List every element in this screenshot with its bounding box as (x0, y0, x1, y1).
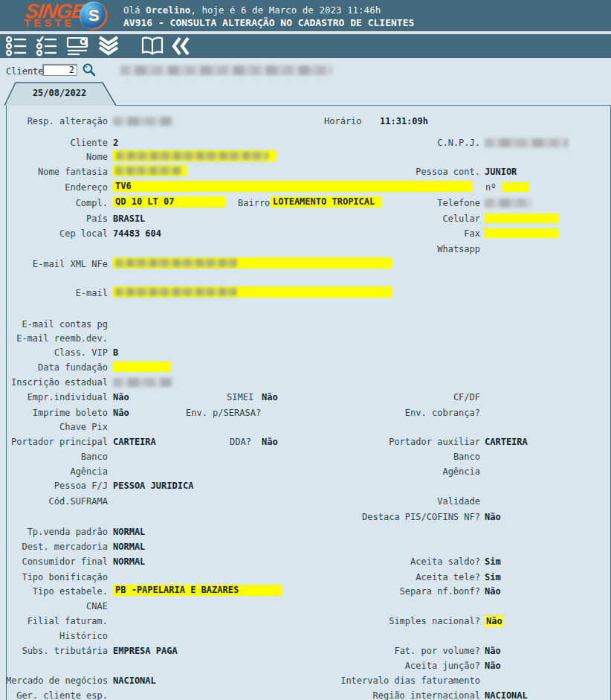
row-pessoa-fj: Pessoa F/J PESSOA JURIDICA (0, 480, 611, 492)
book-icon[interactable] (140, 35, 164, 57)
redacted-client-name (120, 65, 332, 75)
field-label: Telefone (306, 197, 480, 209)
row-ger-cliente-esp: Ger. cliente esp. Região internacional N… (0, 690, 611, 700)
highlight-field: TV6 (113, 181, 472, 192)
field-label: Região internacional (306, 690, 480, 700)
field-label: Cliente (6, 137, 108, 149)
magnifier-icon[interactable] (82, 62, 97, 80)
field-label: DDA? (230, 436, 251, 448)
row-banco: Banco Banco (0, 451, 611, 463)
field-label: Tp.venda padrão (6, 526, 108, 538)
row-email-xml-nfe: E-mail XML NFe (0, 258, 611, 270)
row-pais: País BRASIL Celular (0, 213, 611, 225)
field-value: NORMAL (113, 526, 145, 538)
field-value: Não (113, 407, 129, 419)
client-field-label: Cliente (6, 66, 44, 77)
field-value: 2 (113, 137, 118, 149)
row-dest-mercadoria: Dest. mercadoria NORMAL (0, 541, 611, 553)
row-endereco: Endereço TV6 nº (0, 182, 611, 193)
field-label: SIMEI (227, 391, 253, 403)
greeting-text: Olá Orcelino, hoje é 6 de Marco de 2023 … (123, 4, 381, 16)
field-label: Cód.SUFRAMA (6, 495, 108, 507)
field-value: Não (113, 391, 129, 403)
field-value: NORMAL (113, 541, 145, 553)
expand-down-icon[interactable] (97, 35, 120, 57)
field-label: Tipo bonificação (6, 571, 108, 583)
field-label: Intervalo dias faturamento (306, 675, 480, 687)
field-label: Imprime boleto (6, 407, 108, 419)
field-label: Env. cobrança? (306, 407, 480, 419)
highlight-field (113, 165, 187, 176)
field-label: Bairro (238, 197, 270, 209)
checklist-icon[interactable] (36, 35, 59, 57)
header-band: SINGE TESTE S Olá Orcelino, hoje é 6 de … (0, 0, 611, 31)
field-value: PESSOA JURIDICA (113, 480, 193, 492)
field-label: Pessoa cont. (306, 166, 480, 178)
field-value: EMPRESA PAGA (113, 645, 178, 657)
client-code-input[interactable] (42, 64, 77, 76)
row-destaca-pis-cofins: Destaca PIS/COFINS NF? Não (0, 511, 611, 523)
row-email-reemb-dev: E-mail reemb.dev. (0, 333, 611, 344)
field-label: Dest. mercadoria (6, 541, 108, 553)
field-value: 74483 604 (113, 228, 161, 240)
field-label: Inscrição estadual (6, 376, 108, 388)
field-label: Fat. por volume? (306, 645, 480, 657)
highlight-field (502, 182, 529, 192)
field-label: Cep local (6, 228, 108, 240)
toolbar (0, 34, 611, 58)
field-label: Destaca PIS/COFINS NF? (306, 511, 480, 523)
back-icon[interactable] (171, 35, 195, 57)
field-value: CARTEIRA (113, 436, 156, 448)
field-label: Banco (306, 451, 480, 463)
highlight-field (113, 257, 392, 269)
field-label: Validade (306, 495, 480, 507)
row-cep-local: Cep local 74483 604 Fax (0, 228, 611, 240)
field-label: Tipo estabele. (6, 585, 108, 597)
redacted-text (485, 199, 532, 208)
field-value: JUNIOR (485, 166, 517, 178)
redacted-text (113, 117, 172, 126)
field-label: País (6, 213, 108, 225)
field-value: 11:31:09h (380, 115, 428, 127)
row-agencia: Agência Agência (0, 466, 611, 478)
page-title: AV916 - CONSULTA ALTERAÇÃO NO CADASTRO D… (123, 17, 414, 28)
field-label: Compl. (6, 197, 108, 209)
row-tipo-estabele: Tipo estabele. PB -PAPELARIA E BAZARES S… (0, 585, 611, 597)
row-chave-pix: Chave Pix (0, 421, 611, 433)
row-resp-alteracao: Resp. alteração Horário 11:31:09h (0, 115, 611, 127)
field-label: Class. VIP (6, 347, 108, 359)
field-label: Aceita tele? (306, 571, 480, 583)
field-label: Data fundação (6, 362, 108, 373)
field-label: Resp. alteração (6, 115, 108, 127)
tab-date-label[interactable]: 25/08/2022 (21, 88, 98, 98)
field-label: Simples nacional? (306, 615, 480, 627)
field-label: Agência (306, 466, 480, 478)
field-label: Histórico (6, 630, 108, 642)
search-form-icon[interactable] (66, 35, 90, 57)
field-label: Portador principal (6, 436, 108, 448)
row-compl: Compl. QD 10 LT 07 Bairro LOTEAMENTO TRO… (0, 197, 611, 209)
field-label: Subs. tributária (6, 645, 108, 657)
field-label: E-mail reemb.dev. (6, 333, 108, 344)
row-cnae: CNAE (0, 600, 611, 612)
field-value: Não (485, 511, 501, 523)
field-value: Não (485, 645, 501, 657)
row-imprime-boleto: Imprime boleto Não Env. p/SERASA? Env. c… (0, 407, 611, 419)
row-email-contas-pg: E-mail contas pg (0, 318, 611, 330)
field-label: Pessoa F/J (6, 480, 108, 492)
field-label: Empr.individual (6, 391, 108, 403)
field-label: Chave Pix (6, 421, 108, 433)
app-window: SINGE TESTE S Olá Orcelino, hoje é 6 de … (0, 0, 611, 700)
field-value: NACIONAL (485, 690, 528, 700)
row-aceita-juncao: Aceita junção? Não (0, 660, 611, 672)
field-value: B (113, 347, 118, 359)
list-icon[interactable] (5, 35, 29, 57)
row-subs-tributaria: Subs. tributária EMPRESA PAGA Fat. por v… (0, 645, 611, 657)
field-label: CF/DF (306, 391, 480, 403)
row-cod-suframa: Cód.SUFRAMA Validade (0, 495, 611, 507)
field-label: Aceita junção? (306, 660, 480, 672)
field-label: CNAE (6, 600, 108, 612)
highlight-field: PB -PAPELARIA E BAZARES (113, 585, 282, 596)
field-label: Agência (6, 466, 108, 478)
field-label: E-mail contas pg (6, 318, 108, 330)
